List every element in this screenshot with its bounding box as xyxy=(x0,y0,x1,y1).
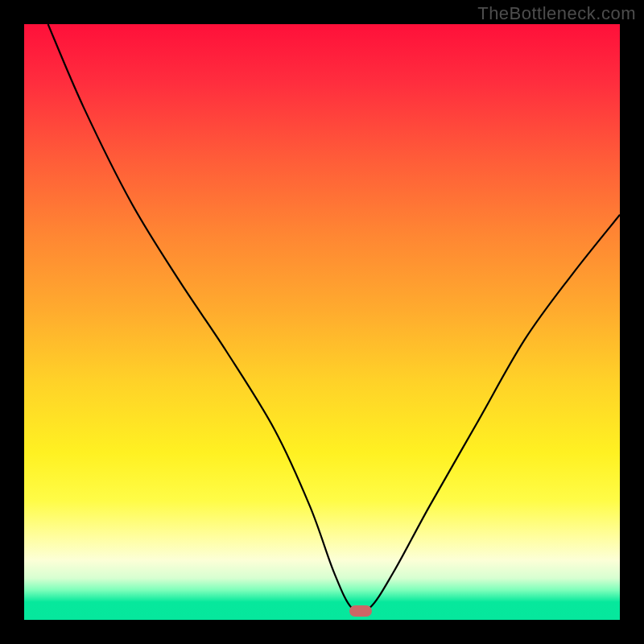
bottleneck-curve xyxy=(48,24,620,613)
watermark-text: TheBottleneck.com xyxy=(477,3,636,24)
curve-svg xyxy=(24,24,620,620)
plot-area xyxy=(24,24,620,620)
chart-frame: TheBottleneck.com xyxy=(0,0,644,644)
optimum-marker xyxy=(349,605,372,617)
